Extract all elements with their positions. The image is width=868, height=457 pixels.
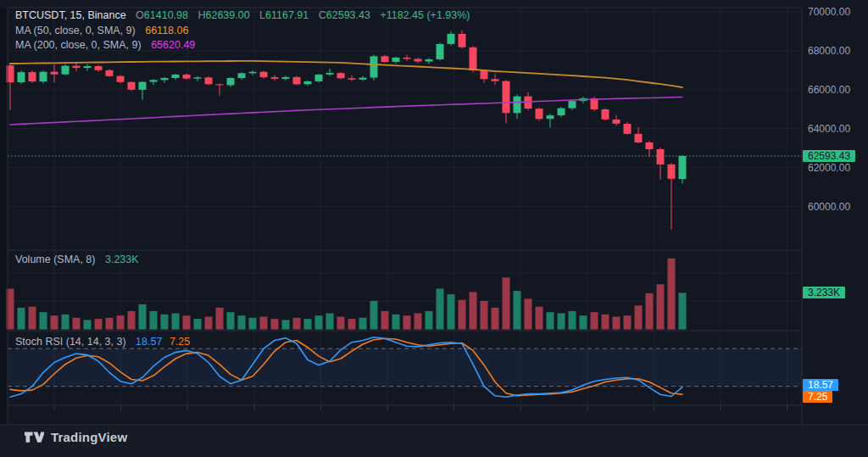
price-axis-label: 62000.00 bbox=[808, 162, 850, 174]
close-value: 62593.43 bbox=[326, 9, 370, 21]
chart-canvas[interactable] bbox=[0, 0, 868, 457]
tradingview-logo-text: TradingView bbox=[51, 430, 127, 444]
price-axis[interactable]: 5K 2.5K 80.00 70000.0068000.0066000.0064… bbox=[802, 0, 868, 425]
volume-label: Volume (SMA, 8) bbox=[15, 254, 95, 265]
price-axis-label: 66000.00 bbox=[808, 84, 850, 96]
tradingview-logo-icon bbox=[24, 429, 44, 445]
stoch-d-value: 7.25 bbox=[170, 336, 190, 348]
last-price-badge: 62593.43 bbox=[803, 150, 855, 162]
stoch-d-badge: 7.25 bbox=[803, 391, 832, 403]
low-value: 61167.91 bbox=[265, 9, 309, 21]
close-label: C bbox=[319, 9, 326, 21]
volume-badge: 3.233K bbox=[803, 287, 845, 298]
volume-legend[interactable]: Volume (SMA, 8) 3.233K bbox=[15, 253, 139, 268]
tradingview-logo[interactable]: TradingView bbox=[24, 429, 127, 445]
high-value: 62639.00 bbox=[205, 9, 249, 21]
stoch-rsi-legend[interactable]: Stoch RSI (14, 14, 3, 3) 18.57 7.25 bbox=[15, 335, 190, 350]
main-legend: BTCUSDT, 15, Binance O61410.98 H62639.00… bbox=[15, 8, 470, 53]
tradingview-chart: BTCUSDT, 15, Binance O61410.98 H62639.00… bbox=[0, 0, 868, 457]
ma50-value: 66118.06 bbox=[145, 25, 188, 36]
open-value: 61410.98 bbox=[144, 9, 188, 21]
volume-value: 3.233K bbox=[105, 254, 139, 265]
price-axis-label: 64000.00 bbox=[808, 123, 850, 135]
ma50-legend-row[interactable]: MA (50, close, 0, SMA, 9) 66118.06 bbox=[15, 24, 470, 39]
stoch-k-badge: 18.57 bbox=[803, 379, 838, 391]
symbol-title: BTCUSDT, 15, Binance bbox=[15, 9, 126, 21]
price-axis-label: 68000.00 bbox=[808, 45, 850, 57]
ma200-legend-row[interactable]: MA (200, close, 0, SMA, 9) 65620.49 bbox=[15, 38, 470, 53]
ma50-label: MA (50, close, 0, SMA, 9) bbox=[15, 25, 136, 36]
price-axis-label: 70000.00 bbox=[808, 6, 850, 18]
ma200-label: MA (200, close, 0, SMA, 9) bbox=[15, 39, 142, 51]
symbol-ohlc-row: BTCUSDT, 15, Binance O61410.98 H62639.00… bbox=[15, 8, 470, 24]
price-axis-label: 60000.00 bbox=[808, 201, 850, 213]
open-label: O bbox=[136, 9, 144, 21]
ma200-value: 65620.49 bbox=[151, 39, 195, 51]
change-value: +1182.45 (+1.93%) bbox=[380, 9, 470, 21]
stoch-k-value: 18.57 bbox=[136, 336, 162, 348]
stoch-rsi-label: Stoch RSI (14, 14, 3, 3) bbox=[15, 336, 126, 348]
time-axis[interactable]: 06:0007:3009:0010:3012:0013:3015:0016:30… bbox=[0, 405, 802, 425]
